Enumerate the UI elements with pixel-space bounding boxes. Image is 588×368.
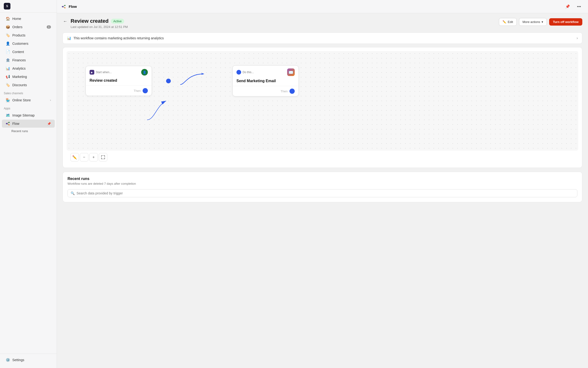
sidebar-item-online-store[interactable]: 🏪 Online Store › bbox=[2, 96, 55, 104]
page-title: Review created bbox=[71, 18, 109, 24]
trigger-node-label: ▶ Start when... bbox=[90, 70, 112, 74]
svg-point-1 bbox=[9, 122, 10, 123]
action-node-footer: Then bbox=[233, 86, 299, 96]
action-then-dot bbox=[289, 89, 295, 94]
action-node-label: Do this... bbox=[236, 70, 254, 74]
canvas-pencil-button[interactable]: ✏️ bbox=[70, 153, 79, 162]
home-icon: 🏠 bbox=[6, 17, 10, 21]
sidebar-item-image-sitemap[interactable]: 🗺️ Image Sitemap bbox=[2, 111, 55, 119]
svg-marker-11 bbox=[202, 73, 204, 75]
status-badge: Active bbox=[111, 19, 124, 24]
sidebar-item-home[interactable]: 🏠 Home bbox=[2, 15, 55, 23]
sidebar-item-discounts[interactable]: 🏷️ Discounts bbox=[2, 81, 55, 89]
edit-button[interactable]: ✏️ Edit bbox=[499, 18, 516, 26]
back-button[interactable]: ← bbox=[63, 18, 68, 24]
sidebar-item-content[interactable]: 📄 Content bbox=[2, 48, 55, 56]
sidebar-item-orders[interactable]: 📦 Orders 1 bbox=[2, 23, 55, 31]
svg-point-0 bbox=[6, 123, 7, 124]
more-actions-button[interactable]: More actions ▾ bbox=[519, 18, 547, 26]
svg-point-5 bbox=[62, 6, 63, 7]
analytics-icon: 📊 bbox=[6, 66, 10, 71]
action-node-title: Send Marketing Email bbox=[233, 78, 299, 86]
canvas-zoom-in-button[interactable]: + bbox=[89, 153, 98, 162]
sidebar-item-finances[interactable]: 🏦 Finances bbox=[2, 56, 55, 64]
sidebar-item-label: Marketing bbox=[12, 75, 27, 79]
orders-badge: 1 bbox=[47, 25, 51, 29]
analytics-banner-icon: 📊 bbox=[67, 36, 71, 40]
pin-button[interactable]: 📌 bbox=[563, 2, 572, 11]
topbar: Flow 📌 ••• bbox=[57, 0, 588, 13]
sidebar-item-analytics[interactable]: 📊 Analytics bbox=[2, 64, 55, 73]
page-title-block: Review created Active Last updated on Ju… bbox=[71, 18, 128, 29]
sales-channels-label: Sales channels bbox=[0, 89, 57, 96]
products-icon: 🏷️ bbox=[6, 33, 10, 37]
trigger-user-icon: 👤 bbox=[141, 69, 148, 75]
canvas-fullscreen-button[interactable] bbox=[99, 153, 107, 162]
svg-point-7 bbox=[64, 7, 65, 8]
content-icon: 📄 bbox=[6, 50, 10, 54]
sidebar: S 🏠 Home 📦 Orders 1 🏷️ Products 👤 Cu bbox=[0, 0, 57, 368]
sidebar-item-label: Orders bbox=[12, 25, 22, 29]
discounts-icon: 🏷️ bbox=[6, 83, 10, 87]
sidebar-subitem-recent-runs[interactable]: Recent runs bbox=[2, 128, 55, 134]
sidebar-header: S bbox=[0, 0, 57, 13]
search-input[interactable] bbox=[76, 191, 574, 195]
sidebar-nav: 🏠 Home 📦 Orders 1 🏷️ Products 👤 Customer… bbox=[0, 13, 57, 354]
marketing-icon: 📢 bbox=[6, 74, 10, 79]
svg-line-8 bbox=[63, 6, 65, 6]
topbar-flow-icon bbox=[62, 4, 66, 9]
sidebar-item-marketing[interactable]: 📢 Marketing bbox=[2, 73, 55, 81]
recent-runs-section: Recent runs Workflow runs are deleted 7 … bbox=[63, 172, 582, 202]
trigger-node-footer: Then bbox=[86, 85, 152, 96]
last-updated: Last updated on Jul 31, 2024 at 12:51 PM bbox=[71, 25, 128, 29]
chevron-right-icon: › bbox=[50, 99, 51, 102]
sidebar-item-label: Settings bbox=[12, 358, 24, 362]
recent-runs-label: Recent runs bbox=[11, 129, 28, 133]
svg-line-3 bbox=[7, 123, 9, 123]
topbar-title: Flow bbox=[69, 4, 77, 9]
sidebar-item-customers[interactable]: 👤 Customers bbox=[2, 39, 55, 48]
turn-off-workflow-button[interactable]: Turn off workflow bbox=[549, 18, 582, 26]
sidebar-item-label: Analytics bbox=[12, 66, 26, 70]
sidebar-item-products[interactable]: 🏷️ Products bbox=[2, 31, 55, 39]
trigger-node-title: Review created bbox=[86, 77, 152, 85]
svg-line-9 bbox=[63, 7, 65, 7]
info-banner[interactable]: 📊 This workflow contains marketing activ… bbox=[63, 32, 582, 44]
info-banner-text: This workflow contains marketing activit… bbox=[74, 36, 164, 40]
trigger-then-dot bbox=[143, 88, 148, 93]
chevron-down-icon: ▾ bbox=[541, 20, 543, 24]
main-area: Flow 📌 ••• ← Review created Active Last … bbox=[57, 0, 588, 368]
svg-point-2 bbox=[9, 124, 10, 126]
apps-label: Apps bbox=[0, 104, 57, 111]
search-icon: 🔍 bbox=[71, 191, 75, 195]
sidebar-item-settings[interactable]: ⚙️ Settings bbox=[2, 356, 55, 364]
action-node[interactable]: Do this... ✉️ Send Marketing Email Then bbox=[233, 65, 299, 96]
page-header: ← Review created Active Last updated on … bbox=[63, 18, 582, 29]
more-menu-button[interactable]: ••• bbox=[575, 2, 583, 11]
sidebar-item-label: Products bbox=[12, 33, 25, 37]
sidebar-logo: S bbox=[4, 3, 10, 9]
trigger-node[interactable]: ▶ Start when... 👤 Review created Then bbox=[85, 66, 152, 96]
svg-line-4 bbox=[7, 124, 9, 125]
sidebar-item-label: Customers bbox=[12, 42, 28, 46]
chevron-right-icon: › bbox=[577, 36, 578, 40]
flow-canvas-wrapper: ▶ Start when... 👤 Review created Then bbox=[63, 47, 582, 168]
recent-runs-subtitle: Workflow runs are deleted 7 days after c… bbox=[67, 182, 577, 185]
content-area: ← Review created Active Last updated on … bbox=[57, 13, 588, 368]
sidebar-item-label: Discounts bbox=[12, 83, 27, 87]
sidebar-item-flow[interactable]: Flow 📌 bbox=[2, 120, 55, 128]
svg-point-6 bbox=[64, 5, 65, 6]
sidebar-item-label: Online Store bbox=[12, 98, 31, 102]
sidebar-item-label: Finances bbox=[12, 58, 26, 62]
page-header-actions: ✏️ Edit More actions ▾ Turn off workflow bbox=[499, 18, 582, 26]
customers-icon: 👤 bbox=[6, 41, 10, 46]
edit-icon: ✏️ bbox=[503, 20, 506, 24]
flow-nodes-container: ▶ Start when... 👤 Review created Then bbox=[66, 51, 578, 110]
flow-pin-icon: 📌 bbox=[47, 122, 51, 126]
canvas-zoom-out-button[interactable]: − bbox=[80, 153, 88, 162]
image-sitemap-icon: 🗺️ bbox=[6, 113, 10, 118]
settings-icon: ⚙️ bbox=[6, 358, 10, 362]
fullscreen-icon bbox=[101, 155, 105, 159]
orders-icon: 📦 bbox=[6, 25, 10, 29]
connector-curve-svg bbox=[180, 72, 204, 91]
